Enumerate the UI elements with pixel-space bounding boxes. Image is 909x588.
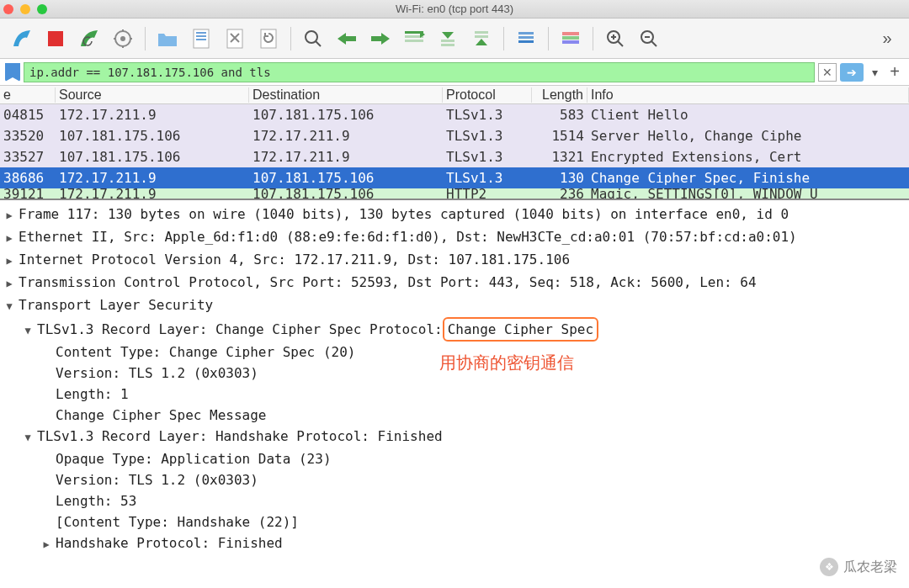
svg-rect-25 [562, 32, 579, 35]
col-header-source[interactable]: Source [56, 87, 249, 103]
maximize-window-button[interactable] [37, 4, 47, 14]
save-file-button[interactable] [186, 24, 216, 54]
cell-info: Magic, SETTINGS[0], WINDOW_U [587, 188, 909, 199]
go-first-button[interactable] [433, 24, 463, 54]
main-toolbar: » [0, 19, 909, 59]
collapse-icon[interactable]: ▼ [19, 320, 37, 342]
cell-src: 172.17.211.9 [56, 170, 249, 186]
svg-rect-9 [196, 35, 206, 37]
annotation-text: 用协商的密钥通信 [439, 352, 574, 374]
expand-icon[interactable]: ▶ [37, 534, 56, 555]
minimize-window-button[interactable] [20, 4, 30, 14]
go-last-button[interactable] [466, 24, 497, 54]
tree-text: Length: 1 [56, 384, 129, 405]
tree-leaf[interactable]: Opaque Type: Application Data (23) [0, 448, 909, 469]
cell-no: 33527 [0, 149, 56, 165]
tree-text: Change Cipher Spec Message [56, 405, 266, 426]
svg-rect-20 [475, 31, 488, 34]
col-header-length[interactable]: Length [532, 87, 587, 103]
tree-tls[interactable]: ▼Transport Layer Security [0, 294, 909, 317]
wechat-icon: ❖ [820, 558, 838, 576]
col-header-destination[interactable]: Destination [249, 87, 443, 103]
window-title: Wi-Fi: en0 (tcp port 443) [7, 3, 902, 15]
col-header-protocol[interactable]: Protocol [443, 87, 532, 103]
add-filter-button[interactable]: + [885, 62, 904, 82]
svg-rect-24 [518, 40, 534, 43]
cell-len: 1514 [532, 128, 587, 144]
col-header-no[interactable]: e [0, 87, 56, 103]
packet-row[interactable]: 04815172.17.211.9107.181.175.106TLSv1.35… [0, 104, 909, 125]
svg-rect-12 [261, 29, 276, 48]
display-filter-input[interactable] [24, 62, 815, 82]
cell-no: 38686 [0, 170, 56, 186]
zoom-out-button[interactable] [634, 24, 664, 54]
tree-leaf[interactable]: Change Cipher Spec Message [0, 405, 909, 426]
app-window: Wi-Fi: en0 (tcp port 443) » ✕ ➔ ▾ + [0, 0, 909, 588]
toolbar-separator [548, 27, 549, 50]
cell-proto: HTTP2 [443, 188, 532, 199]
colorize-button[interactable] [556, 24, 586, 54]
reload-button[interactable] [253, 24, 284, 54]
tree-record2[interactable]: ▼TLSv1.3 Record Layer: Handshake Protoco… [0, 426, 909, 448]
collapse-icon[interactable]: ▼ [0, 296, 19, 317]
tree-record1[interactable]: ▼TLSv1.3 Record Layer: Change Cipher Spe… [0, 317, 909, 342]
close-window-button[interactable] [3, 4, 13, 14]
apply-filter-button[interactable]: ➔ [840, 63, 864, 82]
cell-proto: TLSv1.3 [443, 107, 532, 123]
go-back-button[interactable] [332, 24, 362, 54]
packet-row[interactable]: 39121172.17.211.9107.181.175.106HTTP2236… [0, 188, 909, 199]
open-file-button[interactable] [152, 24, 183, 54]
titlebar: Wi-Fi: en0 (tcp port 443) [0, 0, 909, 19]
cell-info: Server Hello, Change Ciphe [587, 128, 909, 144]
toolbar-separator [503, 27, 504, 50]
cell-proto: TLSv1.3 [443, 149, 532, 165]
find-button[interactable] [298, 24, 328, 54]
tree-tcp[interactable]: ▶Transmission Control Protocol, Src Port… [0, 272, 909, 294]
tree-text: Opaque Type: Application Data (23) [56, 448, 332, 469]
toolbar-overflow-button[interactable]: » [872, 24, 902, 54]
packet-row[interactable]: 33520107.181.175.106172.17.211.9TLSv1.31… [0, 125, 909, 146]
tree-frame[interactable]: ▶Frame 117: 130 bytes on wire (1040 bits… [0, 204, 909, 226]
svg-rect-23 [518, 36, 534, 39]
expand-icon[interactable]: ▶ [0, 251, 19, 272]
packet-row[interactable]: 33527107.181.175.106172.17.211.9TLSv1.31… [0, 146, 909, 167]
svg-point-2 [120, 36, 125, 41]
cell-dst: 107.181.175.106 [249, 188, 443, 199]
go-forward-button[interactable] [365, 24, 396, 54]
tree-ip[interactable]: ▶Internet Protocol Version 4, Src: 172.1… [0, 249, 909, 272]
zoom-in-button[interactable] [600, 24, 630, 54]
stop-capture-button[interactable] [40, 24, 71, 54]
collapse-icon[interactable]: ▼ [19, 427, 37, 448]
cell-info: Encrypted Extensions, Cert [587, 149, 909, 165]
expand-icon[interactable]: ▶ [0, 228, 19, 249]
tree-text: Length: 53 [56, 490, 136, 511]
svg-rect-26 [562, 36, 579, 40]
expand-icon[interactable]: ▶ [0, 205, 19, 226]
close-file-button[interactable] [220, 24, 250, 54]
auto-scroll-button[interactable] [511, 24, 541, 54]
tree-leaf[interactable]: Length: 1 [0, 384, 909, 405]
clear-filter-button[interactable]: ✕ [818, 63, 837, 82]
filter-history-dropdown[interactable]: ▾ [867, 63, 882, 82]
bookmark-icon[interactable] [5, 63, 20, 82]
cell-dst: 172.17.211.9 [249, 128, 443, 144]
svg-rect-22 [518, 32, 534, 34]
options-button[interactable] [108, 24, 138, 54]
expand-icon[interactable]: ▶ [0, 273, 19, 294]
packet-row[interactable]: 38686172.17.211.9107.181.175.106TLSv1.31… [0, 167, 909, 188]
col-header-info[interactable]: Info [587, 87, 909, 103]
cell-info: Change Cipher Spec, Finishe [587, 170, 909, 186]
packet-details: ▶Frame 117: 130 bytes on wire (1040 bits… [0, 199, 909, 588]
tree-leaf[interactable]: [Content Type: Handshake (22)] [0, 511, 909, 532]
toolbar-separator [145, 27, 146, 50]
restart-capture-button[interactable] [74, 24, 104, 54]
tree-leaf[interactable]: Version: TLS 1.2 (0x0303) [0, 469, 909, 490]
cell-info: Client Hello [587, 107, 909, 123]
go-to-packet-button[interactable] [399, 24, 429, 54]
tree-handshake[interactable]: ▶Handshake Protocol: Finished [0, 532, 909, 555]
cell-len: 583 [532, 107, 587, 123]
tree-leaf[interactable]: Length: 53 [0, 490, 909, 511]
shark-fin-icon[interactable] [7, 24, 37, 54]
cell-no: 33520 [0, 128, 56, 144]
tree-ethernet[interactable]: ▶Ethernet II, Src: Apple_6d:f1:d0 (88:e9… [0, 226, 909, 249]
